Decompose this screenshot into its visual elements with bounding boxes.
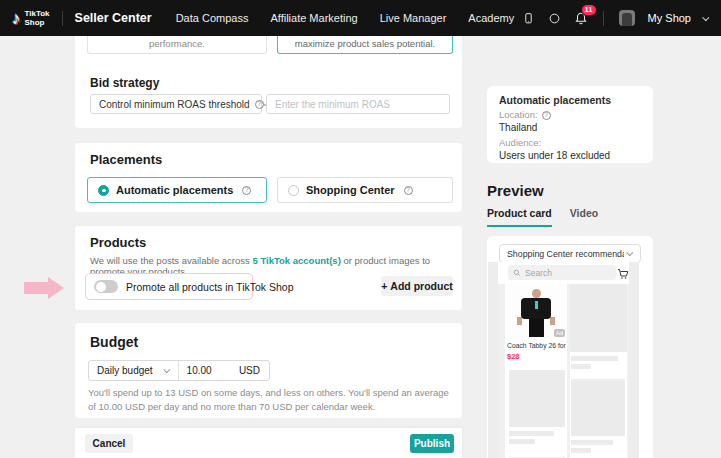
skeleton-line [571, 440, 613, 445]
phone-mockup: Search [498, 262, 629, 458]
chevron-down-icon [626, 249, 633, 256]
seller-center-app: ♪ TikTok Shop Seller Center Data Compass… [0, 0, 721, 458]
products-desc-prefix: We will use the posts available across [90, 255, 252, 266]
my-shop-label[interactable]: My Shop [648, 12, 691, 24]
preview-tabs: Product card Video [487, 207, 598, 227]
mobile-app-icon[interactable] [522, 12, 535, 25]
help-icon[interactable]: ? [404, 186, 413, 195]
placements-title: Placements [90, 152, 162, 167]
help-icon[interactable]: ? [542, 111, 551, 120]
placement-option-shopping-center[interactable]: Shopping Center ? [277, 177, 453, 203]
logo-text: TikTok Shop [25, 9, 50, 27]
product-price: $28 [505, 350, 567, 361]
preview-panel: Shopping Center recommendation fe Search [487, 236, 653, 458]
placements-card: Placements Automatic placements ? Shoppi… [75, 143, 462, 212]
nav-menu: Seller Center Data Compass Affiliate Mar… [75, 11, 515, 25]
bid-strategy-card: performance. maximize product sales pote… [75, 36, 462, 128]
currency-label: USD [239, 365, 269, 376]
bid-strategy-select[interactable]: Control minimum ROAS threshold ? [90, 94, 262, 114]
person-arm [550, 317, 555, 325]
chevron-down-icon[interactable] [702, 14, 709, 21]
person-head [532, 289, 541, 298]
placement-option-label: Shopping Center [306, 184, 395, 196]
promote-all-toggle-box[interactable]: Promote all products in TikTok Shop [85, 273, 253, 300]
nav-item-affiliate-marketing[interactable]: Affiliate Marketing [270, 12, 357, 24]
budget-type-select[interactable]: Daily budget [89, 361, 179, 380]
nav-divider [603, 11, 604, 26]
skeleton-line [509, 431, 554, 436]
products-card: Products We will use the posts available… [75, 226, 462, 310]
campaign-summary-card: Automatic placements Location: ? Thailan… [487, 86, 653, 163]
add-product-button[interactable]: + Add product [381, 276, 453, 296]
cart-icon[interactable] [617, 266, 629, 284]
bid-strategy-select-label: Control minimum ROAS threshold ? [99, 99, 264, 110]
chevron-down-icon [163, 366, 170, 373]
feed-type-value: Shopping Center recommendation fe [507, 249, 624, 259]
notifications-bell-icon[interactable]: 11 [574, 11, 588, 25]
budget-title: Budget [90, 334, 138, 350]
add-product-label: Add product [390, 280, 452, 292]
preview-title: Preview [487, 182, 544, 199]
phone-bezel [488, 262, 498, 458]
tiktok-accounts-link[interactable]: 5 TikTok account(s) [252, 255, 340, 266]
bid-strategy-title: Bid strategy [90, 76, 159, 90]
summary-audience-value: Users under 18 excluded [499, 150, 641, 162]
help-icon[interactable]: ? [242, 186, 251, 195]
radio-unselected-icon[interactable] [288, 185, 299, 196]
objective-option-left[interactable]: performance. [87, 36, 267, 54]
tab-product-card[interactable]: Product card [487, 207, 552, 227]
tiktok-shop-logo[interactable]: ♪ TikTok Shop [12, 9, 50, 27]
nav-divider [62, 11, 63, 26]
products-title: Products [90, 235, 146, 250]
skeleton-line [509, 439, 535, 444]
placement-option-automatic[interactable]: Automatic placements ? [87, 177, 267, 203]
nav-item-data-compass[interactable]: Data Compass [176, 12, 249, 24]
summary-placement: Automatic placements [499, 94, 641, 106]
person-arm [517, 317, 522, 325]
skeleton-block [571, 379, 625, 436]
skeleton-line [571, 448, 591, 453]
roas-input[interactable] [266, 94, 450, 114]
tiktok-note-icon: ♪ [12, 10, 21, 27]
tab-video[interactable]: Video [570, 207, 598, 227]
budget-amount-input[interactable] [179, 365, 229, 376]
person-legs [529, 319, 544, 337]
publish-button[interactable]: Publish [410, 434, 454, 453]
shop-avatar[interactable] [619, 10, 635, 26]
product-title: Coach Tabby 26 for sale [505, 339, 567, 350]
help-center-icon[interactable] [548, 12, 561, 25]
cancel-button[interactable]: Cancel [85, 434, 133, 453]
budget-control-group: Daily budget USD [88, 360, 270, 381]
summary-location-label: Location: ? [499, 110, 641, 121]
nav-item-academy[interactable]: Academy [468, 12, 514, 24]
nav-item-live-manager[interactable]: Live Manager [380, 12, 447, 24]
skeleton-line [571, 364, 591, 369]
skeleton-line [571, 356, 618, 361]
budget-helper-text: You'll spend up to 13 USD on some days, … [88, 386, 452, 415]
radio-selected-icon[interactable] [98, 185, 109, 196]
mock-product-card [570, 284, 627, 458]
annotation-arrow-icon [24, 276, 66, 300]
logo-line2: Shop [25, 18, 50, 27]
ad-badge: Ad [554, 329, 565, 337]
budget-card: Budget Daily budget USD You'll spend up … [75, 323, 462, 418]
skeleton-block [509, 370, 565, 427]
feed-type-select[interactable]: Shopping Center recommendation fe [499, 244, 641, 263]
skeleton-block [570, 284, 627, 352]
nav-item-seller-center[interactable]: Seller Center [75, 11, 152, 25]
summary-location-value: Thailand [499, 122, 641, 134]
search-icon [513, 269, 521, 277]
toggle-label: Promote all products in TikTok Shop [126, 281, 294, 293]
summary-audience-label: Audience: [499, 138, 641, 149]
notification-badge: 11 [581, 4, 597, 16]
objective-option-right[interactable]: maximize product sales potential. [277, 36, 453, 54]
mock-product-card[interactable]: Ad Coach Tabby 26 for sale $28 [505, 284, 567, 458]
objective-option-right-text: maximize product sales potential. [295, 38, 435, 49]
placement-option-label: Automatic placements [116, 184, 233, 196]
toggle-off-switch[interactable] [94, 280, 118, 293]
mock-search-placeholder: Search [525, 268, 552, 278]
mock-product-grid: Ad Coach Tabby 26 for sale $28 [498, 284, 629, 458]
mock-search-input[interactable]: Search [508, 265, 616, 280]
product-image: Ad [505, 284, 567, 339]
plus-icon: + [381, 280, 387, 292]
